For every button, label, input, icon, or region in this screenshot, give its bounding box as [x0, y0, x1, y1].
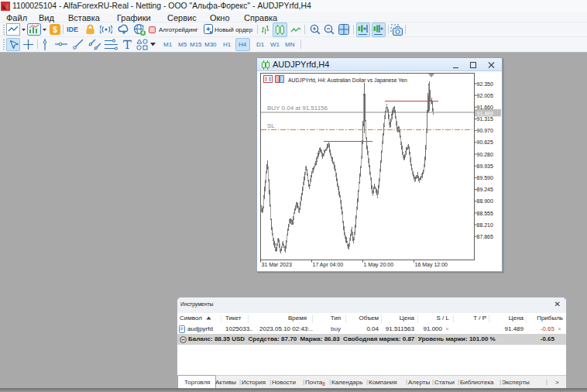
svg-text:87.865: 87.865: [477, 234, 494, 239]
svg-text:88.555: 88.555: [477, 211, 494, 216]
svg-text:90.280: 90.280: [477, 152, 494, 157]
svg-text:BUY 0.04 at 91.51156: BUY 0.04 at 91.51156: [267, 105, 328, 112]
svg-text:16 May 12:00: 16 May 12:00: [415, 262, 448, 268]
svg-text:SL: SL: [267, 122, 275, 129]
svg-text:88.210: 88.210: [477, 222, 494, 228]
svg-text:$: $: [53, 26, 57, 34]
svg-text:92.350: 92.350: [477, 81, 494, 87]
svg-text:89.935: 89.935: [477, 163, 494, 169]
svg-text:31 Mar 2023: 31 Mar 2023: [262, 262, 292, 267]
svg-text:90.970: 90.970: [477, 128, 494, 133]
svg-text:1 May 20:00: 1 May 20:00: [364, 262, 394, 268]
svg-text:91.660: 91.660: [477, 105, 494, 110]
svg-text:89.590: 89.590: [477, 175, 494, 181]
svg-text:88.900: 88.900: [477, 198, 494, 204]
svg-text:17 Apr 04:00: 17 Apr 04:00: [313, 262, 344, 268]
svg-text:89.245: 89.245: [477, 187, 494, 192]
svg-text:91.315: 91.315: [477, 116, 494, 122]
svg-text:90.625: 90.625: [477, 139, 494, 145]
svg-text:AUDJPYrfd, H4: Australian Dol: AUDJPYrfd, H4: Australian Dollar vs Japa…: [288, 77, 407, 84]
svg-text:91.489: 91.489: [477, 111, 494, 116]
svg-text:92.005: 92.005: [477, 93, 494, 98]
